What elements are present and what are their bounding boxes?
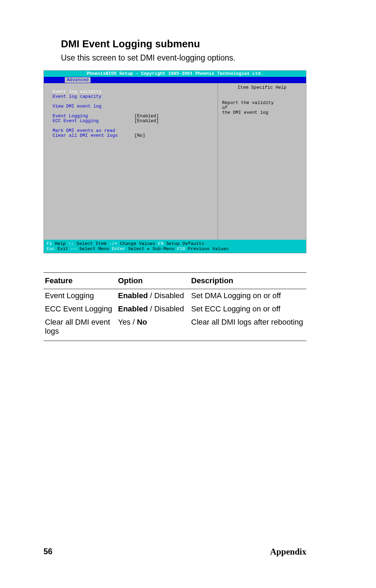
th-option: Option <box>117 273 190 289</box>
bios-key: F10 <box>177 246 185 252</box>
opt-sep: / <box>148 304 154 313</box>
bios-screenshot: PhoenixBIOS Setup - Copyright 1985-2001 … <box>44 70 306 253</box>
bios-item-capacity: Event log capacity <box>53 94 214 99</box>
bios-item-view-log: View DMI event log <box>53 104 214 109</box>
page-footer: 56 Appendix <box>44 547 306 557</box>
cell-option: Yes / No <box>117 316 190 341</box>
opt-sep: / <box>131 318 137 326</box>
page-number: 56 <box>44 547 53 557</box>
bios-key: Enter <box>112 246 125 252</box>
bios-key: F9 <box>158 241 164 246</box>
opt-plain: Yes <box>118 318 131 326</box>
bios-key-label: Select Item <box>74 241 109 246</box>
bios-key: Esc <box>47 246 55 252</box>
bios-help-text: Report the validity <box>222 101 302 105</box>
cell-option: Enabled / Disabled <box>117 289 190 303</box>
table-row: ECC Event Logging Enabled / Disabled Set… <box>44 302 306 316</box>
cell-desc: Clear all DMI logs after rebooting <box>190 316 306 341</box>
bios-item-ecc-logging: ECC Event Logging <box>53 119 134 124</box>
page-subtitle: Use this screen to set DMI event-logging… <box>61 53 324 63</box>
bios-item-event-logging: Event Logging <box>53 114 134 119</box>
opt-bold: No <box>137 318 147 326</box>
bios-key: ↑↓ <box>68 241 74 246</box>
bios-key-label: Previous Values <box>185 246 229 252</box>
bios-help-title: Item Specific Help <box>222 85 302 90</box>
bios-title: PhoenixBIOS Setup - Copyright 1985-2001 … <box>44 71 306 77</box>
bios-value-ecc-logging: [Enabled] <box>134 119 159 124</box>
feature-table: Feature Option Description Event Logging… <box>44 272 306 341</box>
opt-plain: Disabled <box>154 304 184 313</box>
bios-item-validity: Event log validity <box>53 89 214 94</box>
cell-option: Enabled / Disabled <box>117 302 190 316</box>
bios-key-label: Exit <box>55 246 71 252</box>
table-row: Clear all DMI event logs Yes / No Clear … <box>44 316 306 341</box>
bios-left-pane: Event log validity Event log capacity Vi… <box>44 83 218 240</box>
opt-bold: Enabled <box>118 291 148 300</box>
opt-sep: / <box>148 291 154 300</box>
bios-key-label: Select Menu <box>77 246 112 252</box>
bios-footer: F1 Help ↑↓ Select Item -/+ Change Values… <box>44 240 306 253</box>
cell-feature: Clear all DMI event logs <box>44 316 117 341</box>
opt-plain: Disabled <box>154 291 184 300</box>
bios-key: ←→ <box>71 246 77 252</box>
bios-key: F1 <box>47 241 52 246</box>
table-row: Event Logging Enabled / Disabled Set DMA… <box>44 289 306 303</box>
bios-key-label: Select ▸ Sub-Menu <box>125 246 174 252</box>
page-heading: DMI Event Logging submenu <box>61 38 324 50</box>
cell-desc: Set ECC Logging on or off <box>190 302 306 316</box>
section-name: Appendix <box>270 547 306 557</box>
bios-menu-bar: Advanced <box>44 77 306 83</box>
th-feature: Feature <box>44 273 117 289</box>
cell-feature: Event Logging <box>44 289 117 303</box>
bios-item-clear-all: Clear all DMI event logs <box>53 133 134 138</box>
opt-bold: Enabled <box>118 304 148 313</box>
cell-feature: ECC Event Logging <box>44 302 117 316</box>
bios-key-label: Help <box>52 241 69 246</box>
bios-key-label: Setup Defaults <box>164 241 204 246</box>
bios-key-label: Change Values <box>117 241 158 246</box>
bios-help-pane: Item Specific Help Report the validity o… <box>218 83 306 240</box>
bios-item-mark-read: Mark DMI events as read <box>53 128 214 133</box>
cell-desc: Set DMA Logging on or off <box>190 289 306 303</box>
bios-tab-advanced: Advanced <box>65 77 91 83</box>
bios-value-event-logging: [Enabled] <box>134 114 159 119</box>
bios-help-text: of <box>222 105 302 110</box>
bios-value-clear-all: [No] <box>134 133 145 138</box>
bios-key: -/+ <box>109 241 117 246</box>
bios-help-text: the DMI event log <box>222 110 302 115</box>
th-description: Description <box>190 273 306 289</box>
